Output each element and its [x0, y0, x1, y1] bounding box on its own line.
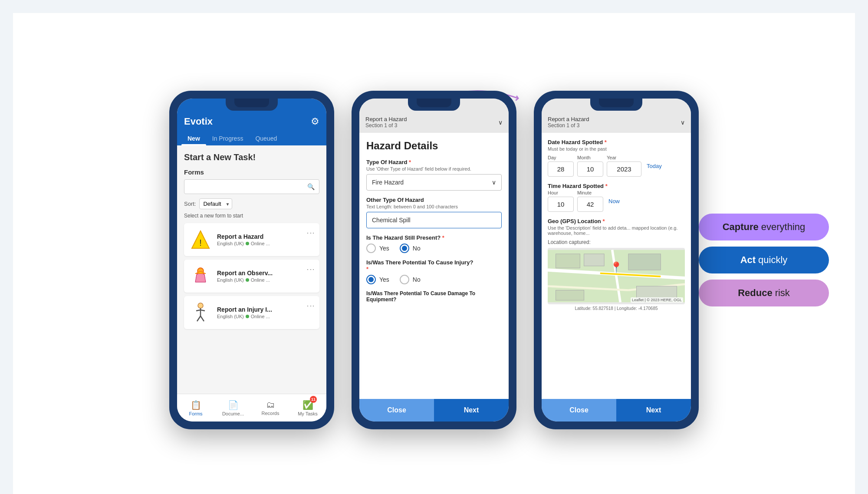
potential-injury-yes-radio[interactable] — [366, 275, 376, 284]
documents-tab-icon: 📄 — [228, 400, 239, 410]
phone-3-body: Date Hazard Spotted * Must be today or i… — [542, 133, 691, 399]
injury-locale: English (UK) — [217, 314, 244, 319]
callout-reduce-bold: Reduce — [738, 287, 772, 299]
phone-2-chevron-icon[interactable]: ∨ — [498, 119, 503, 126]
other-hazard-value[interactable]: Chemical Spill — [366, 212, 502, 228]
observe-status: Online ... — [251, 277, 270, 283]
search-bar[interactable]: 🔍 — [184, 179, 319, 194]
form-name-injury: Report an Injury I... — [217, 306, 301, 313]
type-hazard-dropdown[interactable]: Fire Hazard ∨ — [366, 174, 502, 191]
still-present-no-option[interactable]: No — [400, 244, 421, 253]
phone-1-screen: Evotix ⚙ New In Progress Queued Start a … — [177, 99, 326, 422]
documents-tab-label: Docume... — [222, 411, 244, 416]
select-hint: Select a new form to start — [184, 213, 319, 219]
form-dots-injury[interactable]: ⋮ — [306, 301, 314, 310]
still-present-radio-group: Yes No — [366, 244, 502, 253]
today-link[interactable]: Today — [647, 163, 662, 169]
tab-in-progress[interactable]: In Progress — [206, 132, 250, 145]
phone-1-tabs: New In Progress Queued — [177, 132, 326, 145]
phone-3-bottom: Close Next — [542, 399, 691, 422]
still-present-yes-option[interactable]: Yes — [366, 244, 389, 253]
callout-act-rest: quickly — [758, 254, 787, 266]
other-hazard-hint: Text Length: between 0 and 100 character… — [366, 204, 502, 209]
form-dots-observe[interactable]: ⋮ — [306, 265, 314, 273]
bottom-tab-mytasks[interactable]: 11 ✅ My Tasks — [289, 394, 326, 422]
phone-3-next-button[interactable]: Next — [616, 399, 691, 422]
bottom-tab-records[interactable]: 🗂 Records — [252, 394, 289, 422]
phone-3-header-text: Report a Hazard Section 1 of 3 — [548, 116, 589, 128]
bottom-tab-forms[interactable]: 📋 Forms — [177, 394, 214, 422]
potential-injury-radio-group: Yes No — [366, 275, 502, 284]
form-item-hazard[interactable]: ! Report a Hazard English (UK) Online ..… — [184, 223, 319, 256]
other-hazard-label: Other Type Of Hazard — [366, 197, 502, 203]
day-input[interactable]: 28 — [548, 161, 574, 177]
phone-3-close-button[interactable]: Close — [542, 399, 616, 422]
observe-online-dot — [246, 278, 249, 282]
form-dots-hazard[interactable]: ⋮ — [306, 228, 314, 237]
phone-2-close-button[interactable]: Close — [359, 399, 434, 422]
injury-online-dot — [246, 315, 249, 318]
month-col: Month 10 — [577, 155, 603, 177]
form-item-observe[interactable]: Report an Observ... English (UK) Online … — [184, 260, 319, 293]
map-pin: 📍 — [610, 261, 623, 273]
sort-wrapper: Default ▼ — [199, 198, 232, 209]
still-present-yes-label: Yes — [379, 245, 389, 252]
minute-input[interactable]: 42 — [577, 197, 603, 212]
form-item-injury[interactable]: Report an Injury I... English (UK) Onlin… — [184, 296, 319, 329]
mytasks-tab-label: My Tasks — [298, 411, 318, 416]
bottom-tab-documents[interactable]: 📄 Docume... — [214, 394, 252, 422]
geo-label: Geo (GPS) Location * — [548, 218, 685, 224]
form-meta-hazard: English (UK) Online ... — [217, 241, 301, 246]
start-task-heading: Start a New Task! — [184, 152, 319, 162]
callout-reduce: Reduce risk — [699, 280, 829, 306]
date-hint: Must be today or in the past — [548, 146, 685, 151]
still-present-yes-radio[interactable] — [366, 244, 376, 253]
phone-2-section-title: Report a Hazard — [365, 116, 407, 122]
tab-queued[interactable]: Queued — [249, 132, 283, 145]
callout-capture-rest: everything — [761, 221, 806, 233]
type-hazard-value: Fire Hazard — [372, 179, 404, 186]
potential-injury-no-option[interactable]: No — [400, 275, 421, 284]
svg-line-8 — [201, 316, 204, 321]
geo-hint: Use the 'Description' field to add deta.… — [548, 225, 685, 236]
phone-2-next-button[interactable]: Next — [434, 399, 509, 422]
still-present-no-radio[interactable] — [400, 244, 409, 253]
potential-injury-no-radio[interactable] — [400, 275, 409, 284]
month-input[interactable]: 10 — [577, 161, 603, 177]
still-present-label: Is The Hazard Still Present? * — [366, 234, 502, 241]
svg-line-7 — [197, 316, 201, 321]
sort-label: Sort: — [184, 201, 196, 207]
app-title: Evotix — [184, 116, 213, 127]
day-col: Day 28 — [548, 155, 574, 177]
year-input[interactable]: 2023 — [607, 161, 641, 177]
tab-new[interactable]: New — [181, 132, 206, 145]
phone-3-chevron-icon[interactable]: ∨ — [681, 119, 685, 126]
type-hazard-label: Type Of Hazard * — [366, 159, 502, 165]
form-info-observe: Report an Observ... English (UK) Online … — [217, 270, 301, 283]
forms-label: Forms — [184, 168, 319, 176]
hour-input[interactable]: 10 — [548, 197, 574, 212]
date-section: Date Hazard Spotted * Must be today or i… — [548, 139, 685, 177]
month-label: Month — [577, 155, 603, 160]
potential-injury-yes-option[interactable]: Yes — [366, 275, 389, 284]
svg-point-3 — [198, 303, 203, 308]
location-captured: Location captured: — [548, 239, 685, 245]
time-section: Time Hazard Spotted * Hour 10 Minute 42 — [548, 183, 685, 212]
map-container: 📍 Leaflet | © 2023 HERE, OGL — [548, 248, 685, 304]
phone-3: Report a Hazard Section 1 of 3 ∨ Date Ha… — [534, 91, 699, 429]
phone-3-screen: Report a Hazard Section 1 of 3 ∨ Date Ha… — [542, 99, 691, 422]
phone-2-section-sub: Section 1 of 3 — [365, 122, 407, 128]
sort-select[interactable]: Default — [199, 198, 232, 209]
potential-injury-yes-label: Yes — [379, 276, 389, 283]
settings-icon[interactable]: ⚙ — [311, 116, 319, 127]
minute-col: Minute 42 — [577, 190, 603, 212]
phone-1-notch — [226, 99, 278, 111]
potential-damage-label: Is/Was There Potential To Cause Damage T… — [366, 290, 502, 303]
now-link[interactable]: Now — [608, 198, 620, 204]
search-input[interactable] — [189, 184, 307, 190]
map-copyright: Leaflet | © 2023 HERE, OGL — [631, 297, 683, 303]
time-label: Time Hazard Spotted * — [548, 183, 685, 189]
callout-act: Act quickly — [699, 247, 829, 273]
svg-text:!: ! — [199, 238, 202, 247]
records-tab-icon: 🗂 — [266, 400, 275, 410]
